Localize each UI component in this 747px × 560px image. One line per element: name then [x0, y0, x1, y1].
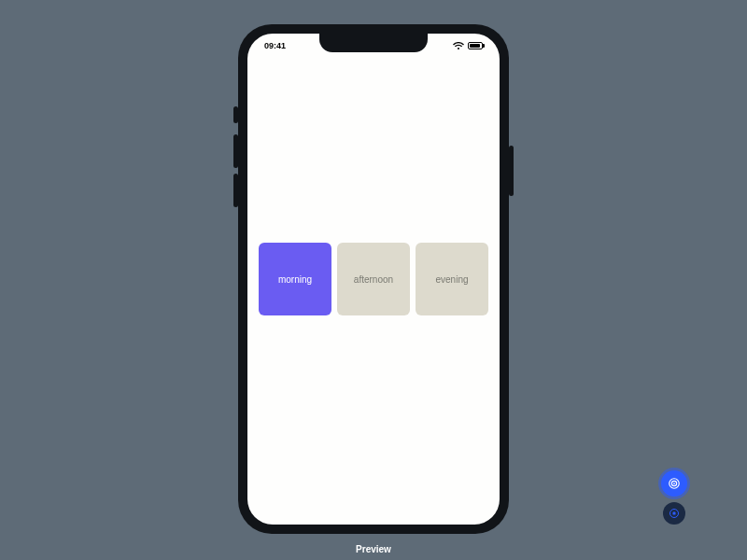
- record-icon: [669, 508, 680, 519]
- target-icon: [668, 477, 681, 490]
- option-afternoon[interactable]: afternoon: [337, 243, 410, 315]
- design-stage: 09:41 morning: [0, 0, 747, 560]
- fab-primary[interactable]: [661, 470, 687, 497]
- volume-down-btn: [233, 174, 238, 207]
- preview-caption: Preview: [0, 544, 747, 554]
- option-label: afternoon: [354, 274, 393, 285]
- option-label: morning: [278, 274, 312, 285]
- phone-screen: 09:41 morning: [247, 34, 500, 525]
- fab-secondary[interactable]: [663, 502, 685, 525]
- volume-up-btn: [233, 134, 238, 168]
- phone-frame: 09:41 morning: [238, 24, 509, 534]
- svg-point-2: [673, 483, 675, 484]
- time-of-day-picker: morning afternoon evening: [249, 243, 498, 315]
- option-evening[interactable]: evening: [416, 243, 488, 315]
- power-btn: [509, 146, 514, 196]
- floating-actions: [661, 470, 687, 525]
- option-label: evening: [435, 274, 468, 285]
- option-morning[interactable]: morning: [259, 243, 331, 315]
- mute-switch: [233, 106, 238, 123]
- screen-content: morning afternoon evening: [247, 34, 500, 525]
- svg-rect-4: [673, 512, 676, 515]
